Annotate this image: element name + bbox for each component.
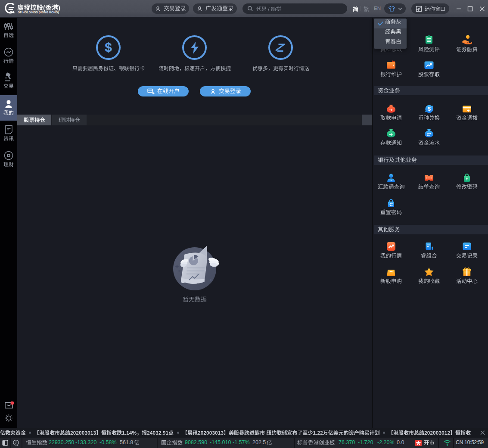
svg-text:$: $ — [428, 106, 431, 112]
